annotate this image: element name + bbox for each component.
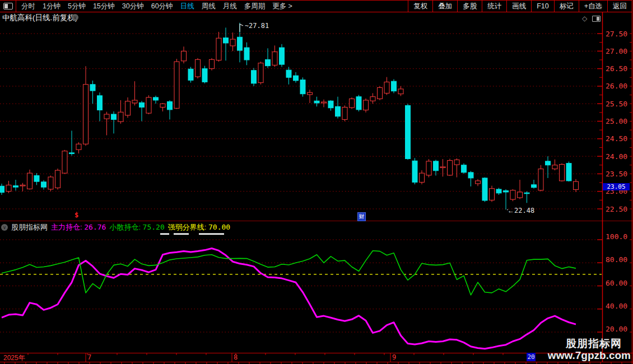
candle xyxy=(34,176,39,182)
indicator-collapse-icon[interactable]: ∨ xyxy=(1,224,8,231)
candle xyxy=(504,190,509,192)
candle xyxy=(216,38,221,60)
candle xyxy=(230,39,235,46)
watermark-url: www.7gpzb.com xyxy=(548,349,631,362)
price-axis-label: 27.00 xyxy=(606,47,627,55)
candle xyxy=(0,186,4,192)
candle xyxy=(300,80,305,94)
financial-report-marker[interactable]: 财 xyxy=(357,212,366,221)
month-axis-label-2: 9 xyxy=(392,353,396,361)
candle xyxy=(552,165,557,169)
candle xyxy=(146,97,151,113)
candle xyxy=(462,165,467,172)
candle xyxy=(566,164,571,181)
candle xyxy=(426,161,431,175)
price-axis-label: 25.00 xyxy=(606,117,627,125)
indicator-line-1 xyxy=(2,251,576,295)
candle xyxy=(378,87,383,99)
candle xyxy=(364,100,369,110)
indicator-axis-label: 40.00 xyxy=(606,302,627,310)
candle xyxy=(560,164,565,180)
candle xyxy=(546,161,551,165)
price-axis-label: 25.50 xyxy=(606,100,627,108)
candle xyxy=(224,38,229,43)
candle xyxy=(468,172,473,178)
candle xyxy=(125,101,131,115)
low-price-annotation: ←22.48 xyxy=(508,207,534,214)
candle xyxy=(258,63,263,83)
chevron-down-icon[interactable]: ∨ xyxy=(72,14,78,21)
trading-app-window: 27.5027.0026.5026.0025.5025.0024.5024.00… xyxy=(0,0,633,364)
indicator-axis-label: 80.00 xyxy=(606,255,627,264)
price-axis-label: 27.50 xyxy=(606,30,627,38)
diamond-icon[interactable]: ◇ xyxy=(582,15,587,22)
candle xyxy=(90,85,95,91)
candle xyxy=(118,112,123,122)
candle xyxy=(132,100,137,103)
dividend-event-marker: $ xyxy=(75,211,78,219)
price-axis-label: 26.00 xyxy=(606,82,627,90)
candle xyxy=(272,52,277,66)
high-arrow: ~ xyxy=(245,22,249,30)
indicator-line-0 xyxy=(2,249,576,349)
candle xyxy=(266,59,271,66)
price-axis-label: 23.50 xyxy=(606,170,627,178)
stock-title: 中航高科(日线.前复权) xyxy=(2,13,77,23)
candle xyxy=(196,59,201,77)
price-axis-label: 22.50 xyxy=(606,205,627,213)
high-price-annotation: ~27.81 xyxy=(245,22,269,30)
candle xyxy=(538,169,543,190)
candle xyxy=(181,51,187,61)
candle xyxy=(574,181,579,189)
chart-canvas[interactable]: 27.5027.0026.5026.0025.5025.0024.5024.00… xyxy=(0,0,633,364)
candle xyxy=(174,62,179,108)
threshold-label: 强弱分界线 xyxy=(168,223,208,231)
price-axis-label: 26.50 xyxy=(606,64,627,73)
candle xyxy=(510,190,515,199)
last-price-tag: 23.05 xyxy=(603,183,630,190)
month-axis-label-0: 7 xyxy=(87,353,91,361)
candle xyxy=(398,89,403,94)
candle xyxy=(252,71,257,83)
candle xyxy=(48,177,53,189)
candle xyxy=(104,114,109,119)
candle xyxy=(13,186,18,188)
candle xyxy=(440,167,445,168)
candle xyxy=(412,161,417,182)
candle xyxy=(244,48,249,60)
candle xyxy=(490,189,495,200)
indicator-axis-label: 20.00 xyxy=(606,325,627,333)
candle xyxy=(454,160,459,165)
candle xyxy=(294,76,299,81)
indicator-axis-label: 100.0 xyxy=(606,232,627,241)
candle xyxy=(76,144,81,150)
candle xyxy=(6,185,11,191)
candle xyxy=(356,97,361,110)
candle xyxy=(83,85,89,144)
candle xyxy=(370,97,375,101)
candle xyxy=(342,107,347,119)
main-holdings-value: 26.76 xyxy=(84,223,106,231)
price-axis-label: 24.50 xyxy=(606,134,627,143)
candle xyxy=(532,185,537,188)
candle xyxy=(518,192,523,198)
candle xyxy=(406,105,411,158)
candle xyxy=(280,48,285,64)
candle xyxy=(202,69,207,82)
panel-split-icon[interactable] xyxy=(592,16,601,22)
candle xyxy=(139,102,145,107)
candle xyxy=(322,102,327,103)
retail-holdings-value: 75.20 xyxy=(143,223,165,231)
candle xyxy=(476,181,481,184)
candle xyxy=(286,70,291,77)
candle xyxy=(496,189,501,193)
candle xyxy=(62,151,67,173)
indicator-header: ∨ 股朋指标网 主力持仓26.76 小散持仓75.20 强弱分界线70.00 xyxy=(1,222,230,232)
candle xyxy=(111,114,117,119)
candle xyxy=(27,173,32,189)
month-axis-label-1: 8 xyxy=(234,353,238,361)
date-highlight-tag: 20 xyxy=(527,353,536,361)
indicator-source-label: 股朋指标网 xyxy=(11,222,48,232)
candle xyxy=(350,99,355,108)
candle xyxy=(188,69,193,80)
